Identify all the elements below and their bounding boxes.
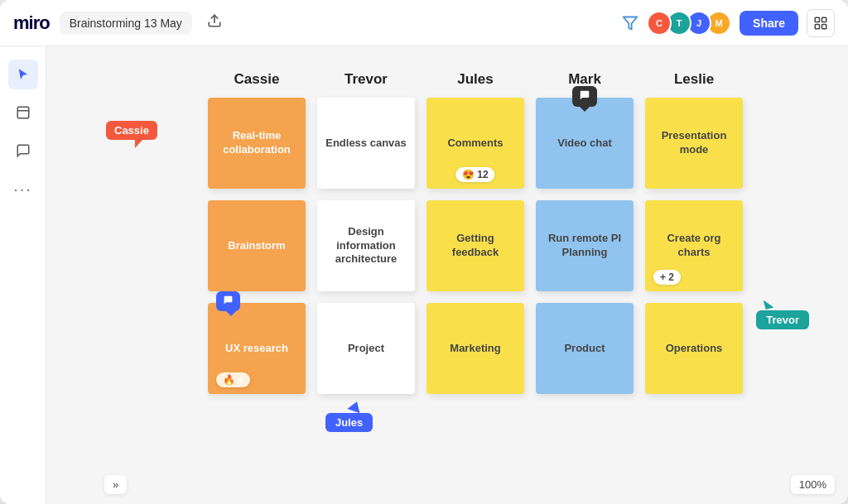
sticky-project[interactable]: Project Jules bbox=[317, 303, 415, 394]
sticky-ux-research[interactable]: UX research 🔥 4 bbox=[208, 303, 306, 394]
plus-badge-label: + 2 bbox=[660, 271, 674, 283]
reaction-count: 12 bbox=[477, 169, 488, 180]
sticky-marketing-label: Marketing bbox=[443, 335, 507, 362]
logo: miro bbox=[13, 12, 50, 34]
collapse-button[interactable]: » bbox=[104, 475, 127, 494]
row-3: UX research 🔥 4 Project Jules bbox=[208, 303, 823, 394]
comment-bubble-blue bbox=[216, 291, 240, 311]
sticky-grid: Real-time collaboration Endless canvas C… bbox=[208, 98, 823, 394]
col-header-trevor: Trevor bbox=[317, 71, 415, 88]
sticky-realtime-label: Real-time collaboration bbox=[208, 122, 306, 164]
menu-icon[interactable] bbox=[807, 9, 835, 37]
sticky-presentation-label: Presentation mode bbox=[645, 122, 743, 164]
sticky-feedback-label: Getting feedback bbox=[426, 225, 524, 266]
sticky-videochat[interactable]: Video chat bbox=[536, 98, 634, 189]
upload-button[interactable] bbox=[202, 8, 227, 37]
col-header-leslie: Leslie bbox=[645, 71, 743, 88]
sticky-design-ia[interactable]: Design information architecture bbox=[317, 200, 415, 291]
svg-rect-5 bbox=[822, 24, 826, 28]
cursor-tool[interactable] bbox=[8, 60, 38, 89]
canvas-area: ··· Cassie Cassie Trevor Jules Mark Lesl… bbox=[0, 46, 848, 504]
svg-rect-4 bbox=[815, 24, 819, 28]
sticky-pi-planning-label: Run remote PI Planning bbox=[536, 225, 634, 266]
sticky-operations-label: Operations bbox=[659, 335, 730, 362]
col-header-jules: Jules bbox=[426, 71, 524, 88]
reaction-emoji: 😍 bbox=[462, 169, 475, 180]
cursor-trevor: Trevor bbox=[756, 299, 809, 329]
cursor-jules-arrow bbox=[347, 400, 363, 414]
more-tool[interactable]: ··· bbox=[8, 174, 38, 204]
sticky-product-label: Product bbox=[557, 335, 611, 362]
sticky-realtime[interactable]: Real-time collaboration bbox=[208, 98, 306, 189]
sticky-feedback[interactable]: Getting feedback bbox=[426, 200, 524, 291]
sticky-presentation[interactable]: Presentation mode bbox=[645, 98, 743, 189]
fire-badge-label: 🔥 4 bbox=[223, 374, 243, 386]
header-right: C T J M Share bbox=[617, 9, 835, 37]
col-header-cassie: Cassie bbox=[208, 71, 306, 88]
cursor-trevor-label: Trevor bbox=[756, 310, 809, 329]
board-title-label: Brainstorming 13 May bbox=[70, 17, 182, 30]
cursor-jules-label: Jules bbox=[325, 413, 373, 432]
sticky-project-label: Project bbox=[341, 335, 391, 362]
sticky-product[interactable]: Product bbox=[536, 303, 634, 394]
avatar-cassie: C bbox=[647, 11, 672, 36]
sticky-org-charts[interactable]: Create org charts + 2 Trevor bbox=[645, 200, 743, 291]
comment-tool[interactable] bbox=[8, 136, 38, 166]
comment-bubble-dark bbox=[572, 86, 597, 107]
sticky-comments[interactable]: Comments 😍 12 bbox=[426, 98, 524, 189]
column-headers: Cassie Trevor Jules Mark Leslie bbox=[208, 71, 823, 88]
sticky-operations[interactable]: Operations bbox=[645, 303, 743, 394]
header: miro Brainstorming 13 May C T J M bbox=[0, 0, 848, 46]
svg-rect-6 bbox=[17, 107, 29, 118]
sticky-ux-label: UX research bbox=[219, 335, 295, 362]
fire-badge: 🔥 4 bbox=[216, 372, 250, 387]
cursor-trevor-arrow bbox=[764, 298, 774, 310]
svg-marker-1 bbox=[624, 17, 638, 29]
left-toolbar: ··· bbox=[0, 46, 46, 504]
cursor-cassie: Cassie bbox=[106, 121, 157, 148]
sticky-endless-label: Endless canvas bbox=[319, 130, 413, 157]
sticky-tool[interactable] bbox=[8, 98, 38, 127]
reaction-badge-comments: 😍 12 bbox=[455, 167, 494, 182]
board-title-button[interactable]: Brainstorming 13 May bbox=[60, 12, 192, 35]
sticky-design-ia-label: Design information architecture bbox=[317, 218, 415, 274]
row-2: Brainstorm Design information architectu… bbox=[208, 200, 823, 291]
sticky-pi-planning[interactable]: Run remote PI Planning bbox=[536, 200, 634, 291]
sticky-brainstorm[interactable]: Brainstorm bbox=[208, 200, 306, 291]
board: Cassie Cassie Trevor Jules Mark Leslie R… bbox=[46, 46, 848, 504]
cursor-cassie-arrow bbox=[135, 140, 142, 148]
sticky-comments-label: Comments bbox=[441, 130, 509, 157]
share-button[interactable]: Share bbox=[740, 11, 798, 36]
avatars-group: C T J M bbox=[652, 11, 731, 36]
cursor-jules: Jules bbox=[325, 401, 373, 432]
sticky-brainstorm-label: Brainstorm bbox=[221, 233, 292, 260]
svg-rect-3 bbox=[822, 17, 826, 22]
row-1: Real-time collaboration Endless canvas C… bbox=[208, 98, 823, 189]
cursor-cassie-label: Cassie bbox=[106, 121, 157, 140]
zoom-indicator: 100% bbox=[791, 475, 835, 494]
plus-badge: + 2 bbox=[653, 270, 681, 285]
col-header-mark: Mark bbox=[536, 71, 634, 88]
sticky-org-charts-label: Create org charts bbox=[645, 225, 743, 266]
sticky-endless[interactable]: Endless canvas bbox=[317, 98, 415, 189]
sticky-videochat-label: Video chat bbox=[551, 130, 619, 157]
filter-icon[interactable] bbox=[617, 10, 643, 36]
svg-rect-2 bbox=[815, 17, 819, 22]
sticky-marketing[interactable]: Marketing bbox=[426, 303, 524, 394]
app-window: miro Brainstorming 13 May C T J M bbox=[0, 0, 848, 504]
